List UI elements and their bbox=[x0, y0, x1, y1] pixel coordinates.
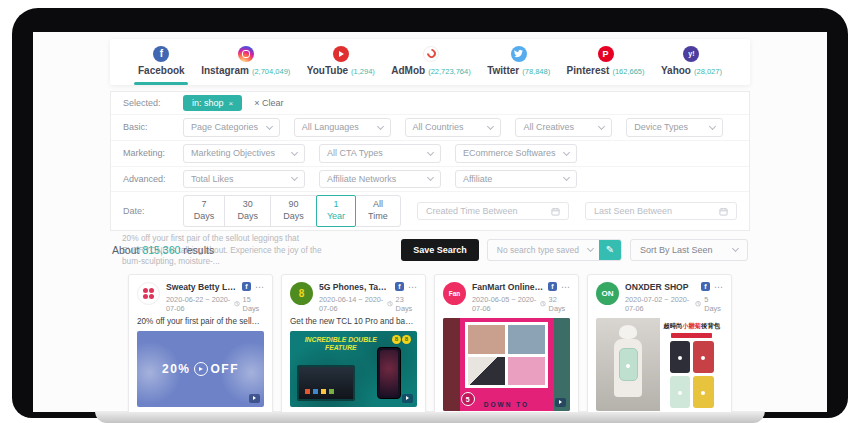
tab-admob[interactable]: AdMob(22,723,764) bbox=[389, 40, 472, 85]
last-seen-between-input[interactable]: Last Seen Between bbox=[585, 202, 737, 220]
tab-twitter[interactable]: Twitter(78,848) bbox=[485, 40, 552, 85]
advertiser-name[interactable]: FanMart Online Shopping - F... bbox=[472, 282, 544, 292]
date-button-1-year[interactable]: 1 Year bbox=[316, 195, 356, 226]
app-screenshot: f Facebook Instagram(2,704,049) YouTube(… bbox=[0, 0, 860, 423]
ad-card[interactable]: Fan FanMart Online Shopping - F... f ⋯ 2… bbox=[434, 274, 579, 412]
shoe-collage bbox=[465, 322, 549, 388]
date-range: 2020-06-05 ~ 2020-07-06 bbox=[472, 295, 540, 313]
duration: 23 Days bbox=[396, 295, 417, 313]
tab-pinterest[interactable]: P Pinterest(162,665) bbox=[565, 40, 647, 85]
filter-label: Basic: bbox=[123, 122, 183, 132]
dropdown-affiliate[interactable]: Affiliate bbox=[455, 170, 577, 189]
dropdown-page-categories[interactable]: Page Categories bbox=[183, 118, 280, 137]
filter-label: Selected: bbox=[123, 98, 183, 108]
save-search-button[interactable]: Save Search bbox=[401, 239, 479, 261]
laptop-screen: f Facebook Instagram(2,704,049) YouTube(… bbox=[33, 32, 827, 412]
ad-text: Get the new TCL 10 Pro and bag a free TC… bbox=[290, 317, 417, 326]
chevron-down-icon bbox=[291, 174, 298, 181]
tab-yahoo[interactable]: y! Yahoo(28,027) bbox=[659, 40, 724, 85]
ee-logo-icon: 88 bbox=[392, 335, 411, 344]
tab-youtube[interactable]: YouTube(1,294) bbox=[305, 40, 377, 85]
dropdown-marketing-objectives[interactable]: Marketing Objectives bbox=[183, 144, 305, 163]
ad-card[interactable]: ON ONXDER SHOP f ⋯ 2020-07-02 ~ 2020-07-… bbox=[587, 274, 732, 412]
results-bar: About 815,360 results Save Search No sea… bbox=[110, 239, 750, 261]
chevron-down-icon bbox=[598, 123, 605, 130]
tab-count: (1,294) bbox=[351, 67, 375, 76]
chevron-down-icon bbox=[563, 174, 570, 181]
admob-icon bbox=[423, 46, 439, 62]
more-options-icon[interactable]: ⋯ bbox=[408, 285, 417, 290]
results-count: 815,360 bbox=[142, 244, 180, 256]
ad-creative-image[interactable]: INCREDIBLE DOUBLE FEATURE 88 bbox=[290, 331, 417, 407]
filter-row-basic: Basic: Page Categories All Languages All… bbox=[111, 114, 749, 140]
yahoo-icon: y! bbox=[683, 46, 699, 62]
date-button-7-days[interactable]: 7 Days bbox=[183, 195, 225, 226]
saved-search-dropdown[interactable]: No search type saved ✎ bbox=[487, 239, 622, 261]
ad-card[interactable]: 8 5G Phones, Tablets & SIMs | ... f ⋯ 20… bbox=[281, 274, 426, 412]
ad-creative-image[interactable]: DOWN TO 5 bbox=[443, 318, 570, 411]
dropdown-countries[interactable]: All Countries bbox=[405, 118, 502, 137]
date-button-90-days[interactable]: 90 Days bbox=[270, 195, 317, 226]
tab-facebook[interactable]: f Facebook bbox=[136, 40, 187, 85]
clock-icon bbox=[234, 300, 240, 308]
edit-saved-search-button[interactable]: ✎ bbox=[599, 240, 621, 260]
advertiser-avatar[interactable]: ON bbox=[596, 282, 619, 305]
creative-side-strip bbox=[554, 318, 571, 411]
filter-row-marketing: Marketing: Marketing Objectives All CTA … bbox=[111, 140, 749, 166]
dropdown-total-likes[interactable]: Total Likes bbox=[183, 170, 305, 189]
ad-card[interactable]: Sweaty Betty London | Wom... f ⋯ 2020-06… bbox=[128, 274, 273, 412]
tab-count: (28,027) bbox=[694, 67, 722, 76]
calendar-icon bbox=[719, 207, 728, 216]
app-content: f Facebook Instagram(2,704,049) YouTube(… bbox=[110, 39, 750, 412]
instagram-icon bbox=[238, 46, 254, 62]
filter-row-selected: Selected: in: shop× × Clear bbox=[111, 92, 749, 114]
card-header: Sweaty Betty London | Wom... f ⋯ 2020-06… bbox=[137, 282, 264, 313]
filter-row-date: Date: 7 Days 30 Days 90 Days 1 Year All … bbox=[111, 191, 749, 229]
dropdown-ecommerce-softwares[interactable]: ECommerce Softwares bbox=[455, 144, 577, 163]
chevron-down-icon bbox=[563, 149, 570, 156]
advertiser-avatar[interactable]: Fan bbox=[443, 282, 466, 305]
clear-filters-button[interactable]: × Clear bbox=[254, 98, 283, 108]
clock-icon bbox=[387, 300, 393, 308]
dropdown-device-types[interactable]: Device Types bbox=[626, 118, 723, 137]
chip-close-icon[interactable]: × bbox=[229, 99, 234, 108]
chevron-down-icon bbox=[291, 149, 298, 156]
advertiser-avatar[interactable]: 8 bbox=[290, 282, 313, 305]
advertiser-name[interactable]: 5G Phones, Tablets & SIMs | ... bbox=[319, 282, 391, 292]
play-icon[interactable] bbox=[194, 362, 208, 376]
card-header: 8 5G Phones, Tablets & SIMs | ... f ⋯ 20… bbox=[290, 282, 417, 313]
chevron-down-icon bbox=[427, 149, 434, 156]
dropdown-creatives[interactable]: All Creatives bbox=[515, 118, 612, 137]
duration: 32 Days bbox=[549, 295, 570, 313]
advertiser-avatar[interactable] bbox=[137, 282, 160, 305]
dropdown-cta-types[interactable]: All CTA Types bbox=[319, 144, 441, 163]
more-options-icon[interactable]: ⋯ bbox=[561, 285, 570, 290]
model-photo bbox=[596, 318, 660, 411]
filter-row-advanced: Advanced: Total Likes Affiliate Networks… bbox=[111, 166, 749, 192]
date-button-30-days[interactable]: 30 Days bbox=[224, 195, 271, 226]
ad-creative-image[interactable]: 超時尚小雛菊後背包 bbox=[596, 318, 723, 411]
more-options-icon[interactable]: ⋯ bbox=[255, 285, 264, 290]
advertiser-name[interactable]: Sweaty Betty London | Wom... bbox=[166, 282, 238, 292]
facebook-badge-icon: f bbox=[242, 282, 251, 291]
dropdown-affiliate-networks[interactable]: Affiliate Networks bbox=[319, 170, 441, 189]
sort-dropdown[interactable]: Sort By Last Seen bbox=[630, 239, 748, 261]
network-tabbar: f Facebook Instagram(2,704,049) YouTube(… bbox=[110, 39, 750, 85]
more-options-icon[interactable]: ⋯ bbox=[714, 285, 723, 290]
created-time-between-input[interactable]: Created Time Between bbox=[417, 202, 569, 220]
advertiser-name[interactable]: ONXDER SHOP bbox=[625, 282, 697, 292]
tab-count: (2,704,049) bbox=[252, 67, 290, 76]
duration: 5 Days bbox=[704, 295, 723, 313]
facebook-badge-icon: f bbox=[395, 282, 404, 291]
date-button-all-time[interactable]: All Time bbox=[355, 195, 401, 226]
filter-label: Marketing: bbox=[123, 148, 183, 158]
red-banner bbox=[671, 333, 712, 338]
laptop-base bbox=[95, 411, 765, 423]
ad-creative-image[interactable]: 20%OFF bbox=[137, 331, 264, 407]
filter-label: Advanced: bbox=[123, 174, 183, 184]
filter-panel: Selected: in: shop× × Clear Basic: Page … bbox=[110, 91, 750, 231]
dropdown-languages[interactable]: All Languages bbox=[294, 118, 391, 137]
selected-filter-chip[interactable]: in: shop× bbox=[183, 95, 242, 111]
pinterest-icon: P bbox=[598, 46, 614, 62]
tab-instagram[interactable]: Instagram(2,704,049) bbox=[199, 40, 292, 85]
